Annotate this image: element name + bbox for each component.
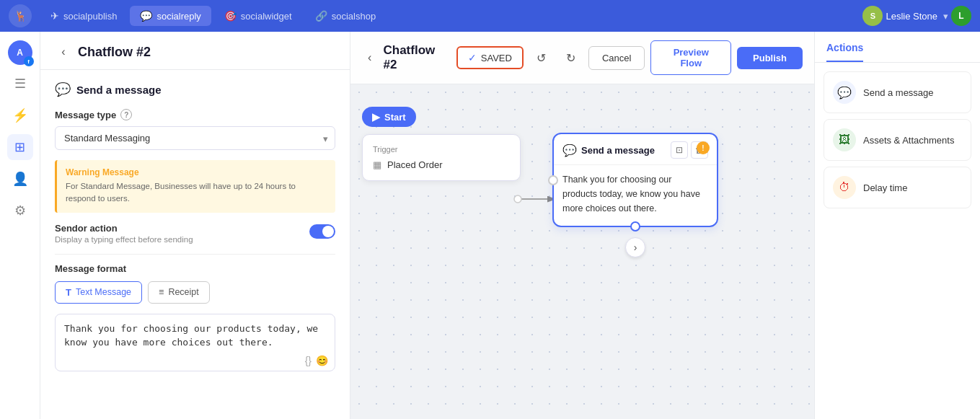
flow-content: ▶ Start Trigger ▦ Placed Order 💬 Send a … bbox=[350, 75, 814, 419]
message-format-label: Message format bbox=[55, 263, 335, 274]
delay-time-card-label: Delay time bbox=[863, 182, 907, 193]
left-panel-header: ‹ Chatflow #2 bbox=[40, 32, 350, 70]
node-message-text: Thank you for choosing our products toda… bbox=[562, 172, 708, 216]
user-avatar[interactable]: L bbox=[951, 6, 971, 26]
app-logo: 🦌 bbox=[9, 4, 32, 27]
top-navigation: 🦌 ✈ socialpublish 💬 socialreply 🎯 social… bbox=[0, 0, 980, 32]
sidebar-item-lightning[interactable]: ⚡ bbox=[7, 102, 33, 128]
sidebar-item-settings[interactable]: ⚙ bbox=[7, 198, 33, 224]
receipt-button[interactable]: ≡ Receipt bbox=[148, 281, 210, 304]
nav-tab-socialshop-label: socialshop bbox=[332, 11, 376, 22]
sidebar-item-users[interactable]: 👤 bbox=[7, 166, 33, 192]
send-message-card-icon: 💬 bbox=[833, 81, 856, 104]
receipt-icon: ≡ bbox=[159, 287, 164, 297]
right-panel: Actions 💬 Send a message 🖼 Assets & Atta… bbox=[814, 32, 980, 419]
assets-card[interactable]: 🖼 Assets & Attachments bbox=[824, 119, 971, 161]
code-icon[interactable]: {} bbox=[305, 355, 312, 366]
canvas-area: ‹ Chatflow #2 ✓ SAVED ↺ ↻ Cancel Preview… bbox=[350, 32, 814, 419]
node-title-label: Send a message bbox=[581, 145, 655, 156]
message-textarea[interactable]: Thank you for choosing our products toda… bbox=[55, 314, 335, 371]
canvas-back-button[interactable]: ‹ bbox=[362, 49, 377, 66]
redo-button[interactable]: ↻ bbox=[559, 47, 583, 69]
sendor-action-info: Sendor action Display a typing effect be… bbox=[55, 223, 309, 244]
left-panel-content: 💬 Send a message Message type ? Standard… bbox=[40, 70, 350, 419]
send-message-card-label: Send a message bbox=[863, 87, 934, 98]
divider bbox=[55, 254, 335, 255]
nav-tab-socialwidget[interactable]: 🎯 socialwidget bbox=[214, 6, 302, 26]
sendor-action-desc: Display a typing effect before sending bbox=[55, 235, 309, 244]
nav-tab-socialpublish-label: socialpublish bbox=[63, 11, 117, 22]
start-node-label: Start bbox=[384, 112, 406, 123]
node-connector-bottom bbox=[630, 221, 640, 231]
main-layout: Af ☰ ⚡ ⊞ 👤 ⚙ ‹ Chatflow #2 💬 Send a mess… bbox=[0, 32, 980, 419]
nav-tab-socialreply-label: socialreply bbox=[156, 11, 200, 22]
node-header: 💬 Send a message ⊡ 🗑 bbox=[554, 134, 717, 165]
cancel-button[interactable]: Cancel bbox=[588, 46, 645, 70]
send-message-card[interactable]: 💬 Send a message bbox=[824, 71, 971, 113]
text-message-button[interactable]: T Text Message bbox=[55, 281, 142, 304]
delay-time-card-icon: ⏱ bbox=[833, 176, 856, 199]
emoji-icon[interactable]: 😊 bbox=[316, 355, 328, 366]
svg-point-2 bbox=[514, 195, 521, 203]
receipt-label: Receipt bbox=[168, 287, 198, 297]
canvas-toolbar: ‹ Chatflow #2 ✓ SAVED ↺ ↻ Cancel Preview… bbox=[350, 32, 814, 84]
nav-tab-socialwidget-label: socialwidget bbox=[241, 11, 292, 22]
trigger-node[interactable]: Trigger ▦ Placed Order bbox=[362, 134, 521, 181]
right-panel-content: 💬 Send a message 🖼 Assets & Attachments … bbox=[815, 63, 980, 217]
node-title-icon: 💬 bbox=[562, 144, 577, 157]
preview-flow-button[interactable]: Preview Flow bbox=[650, 40, 731, 75]
start-node: ▶ Start bbox=[362, 107, 416, 127]
sidebar-item-documents[interactable]: ☰ bbox=[7, 71, 33, 97]
start-icon: ▶ bbox=[372, 111, 380, 123]
facebook-badge: f bbox=[24, 56, 34, 66]
textarea-icons: {} 😊 bbox=[305, 355, 328, 366]
nav-tab-socialreply[interactable]: 💬 socialreply bbox=[130, 6, 211, 26]
node-copy-button[interactable]: ⊡ bbox=[671, 141, 688, 159]
message-type-label: Message type ? bbox=[55, 109, 335, 120]
nav-tab-socialpublish[interactable]: ✈ socialpublish bbox=[40, 6, 127, 26]
trigger-label: Trigger bbox=[373, 145, 510, 154]
node-title: 💬 Send a message bbox=[562, 144, 655, 157]
sendor-action-toggle[interactable] bbox=[309, 224, 335, 239]
left-panel: ‹ Chatflow #2 💬 Send a message Message t… bbox=[40, 32, 350, 419]
sendor-action-label: Sendor action bbox=[55, 223, 309, 234]
profile-avatar[interactable]: Af bbox=[8, 40, 32, 65]
help-icon[interactable]: ? bbox=[120, 109, 132, 120]
icon-sidebar: Af ☰ ⚡ ⊞ 👤 ⚙ bbox=[0, 32, 40, 419]
undo-button[interactable]: ↺ bbox=[529, 47, 553, 69]
user-menu[interactable]: Leslie Stone ▾ bbox=[886, 11, 948, 22]
trigger-item: ▦ Placed Order bbox=[373, 159, 510, 170]
format-buttons: T Text Message ≡ Receipt bbox=[55, 281, 335, 304]
trigger-item-label: Placed Order bbox=[387, 159, 443, 170]
send-message-icon: 💬 bbox=[55, 81, 71, 97]
expand-panel-button[interactable]: › bbox=[625, 237, 645, 257]
nav-tab-socialshop[interactable]: 🔗 socialshop bbox=[305, 6, 386, 26]
publish-button[interactable]: Publish bbox=[737, 47, 803, 69]
flow-svg bbox=[350, 75, 814, 419]
saved-badge: ✓ SAVED bbox=[456, 46, 524, 69]
node-warning-icon: ! bbox=[697, 141, 710, 154]
send-message-heading: Send a message bbox=[76, 84, 162, 96]
assets-card-icon: 🖼 bbox=[833, 128, 856, 151]
shopify-icon: S bbox=[862, 6, 883, 26]
trigger-item-icon: ▦ bbox=[373, 159, 381, 170]
text-message-label: Text Message bbox=[76, 287, 131, 297]
text-format-icon: T bbox=[66, 287, 71, 298]
message-node[interactable]: 💬 Send a message ⊡ 🗑 Thank you for choos… bbox=[552, 133, 718, 227]
warning-box: Warning Message For Standard Message, Bu… bbox=[55, 160, 335, 213]
sidebar-item-flow[interactable]: ⊞ bbox=[7, 134, 33, 160]
saved-check-icon: ✓ bbox=[468, 52, 477, 63]
message-type-select[interactable]: Standard Messaging Response Window Messa… bbox=[55, 126, 335, 150]
saved-label: SAVED bbox=[481, 53, 512, 63]
right-panel-header: Actions bbox=[815, 32, 980, 63]
user-name: Leslie Stone bbox=[886, 11, 937, 22]
socialpublish-icon: ✈ bbox=[50, 10, 59, 22]
back-button[interactable]: ‹ bbox=[55, 43, 72, 61]
socialshop-icon: 🔗 bbox=[315, 10, 327, 22]
warning-text: For Standard Message, Businesses will ha… bbox=[66, 180, 327, 206]
message-textarea-wrapper: Thank you for choosing our products toda… bbox=[55, 314, 335, 374]
actions-tab[interactable]: Actions bbox=[826, 42, 863, 62]
chatflow-title: Chatflow #2 bbox=[383, 43, 444, 72]
delay-time-card[interactable]: ⏱ Delay time bbox=[824, 167, 971, 208]
node-connector-left bbox=[548, 175, 558, 185]
